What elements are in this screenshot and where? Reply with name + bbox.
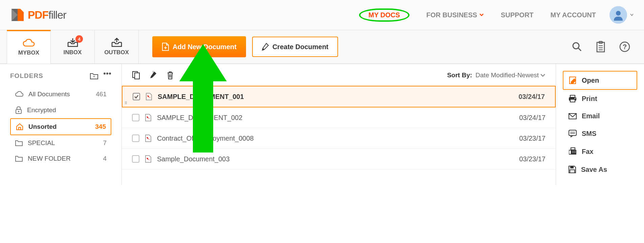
tab-label: MYBOX <box>18 49 39 56</box>
nav-mydocs[interactable]: MY DOCS <box>369 11 400 19</box>
check-icon <box>134 94 139 99</box>
tab-mybox[interactable]: MYBOX <box>7 30 51 64</box>
logo-text-pdf: PDF <box>28 9 48 21</box>
save-icon <box>568 165 576 174</box>
svg-line-7 <box>578 48 581 51</box>
document-date: 03/23/17 <box>519 155 546 163</box>
copy-button[interactable] <box>132 71 140 80</box>
folder-more-button[interactable] <box>103 72 111 80</box>
help-button[interactable]: ? <box>619 41 630 53</box>
svg-point-40 <box>574 152 574 153</box>
document-date: 03/24/17 <box>519 114 546 122</box>
delete-button[interactable] <box>166 71 174 80</box>
help-icon: ? <box>619 41 630 53</box>
folders-title: FOLDERS <box>10 72 43 80</box>
tabbar-right-icons: ? <box>572 41 637 53</box>
action-save-as[interactable]: Save As <box>563 161 637 178</box>
clipboard-icon <box>596 41 605 53</box>
top-nav: MY DOCS FOR BUSINESS SUPPORT MY ACCOUNT <box>359 8 596 22</box>
logo[interactable]: PDFfiller <box>10 7 66 22</box>
svg-text:I: I <box>153 71 154 74</box>
sort-dropdown[interactable]: Date Modified-Newest <box>475 72 546 79</box>
folder-unsorted[interactable]: Unsorted 345 <box>10 118 111 135</box>
add-document-button[interactable]: Add New Document <box>152 36 246 57</box>
tabbar-buttons: Add New Document + Create Document <box>152 36 338 57</box>
folder-name: Encrypted <box>27 106 56 114</box>
actions-panel: Open Print Email SMS Fax Save As <box>556 64 644 185</box>
fax-icon <box>568 147 577 156</box>
drag-handle-icon[interactable]: ⠿ <box>125 101 127 105</box>
search-icon <box>572 41 582 52</box>
tab-inbox[interactable]: 4 INBOX <box>51 30 95 64</box>
clipboard-button[interactable] <box>596 41 605 53</box>
svg-rect-43 <box>570 170 575 173</box>
action-email[interactable]: Email <box>563 107 637 125</box>
svg-rect-35 <box>569 150 571 154</box>
sort-control: Sort By: Date Modified-Newest <box>447 72 546 79</box>
svg-point-20 <box>18 111 19 112</box>
chevron-down-icon <box>479 13 484 17</box>
checkbox[interactable] <box>132 114 139 121</box>
document-name: SAMPLE_DOCUMENT_001 <box>158 93 244 101</box>
svg-point-38 <box>575 151 576 151</box>
svg-point-36 <box>572 151 573 151</box>
svg-point-18 <box>109 73 111 75</box>
chevron-down-icon <box>630 13 634 17</box>
highlight-annotation: MY DOCS <box>359 8 409 22</box>
main-area: FOLDERS + All Documents 461 Encrypted Un… <box>0 64 644 185</box>
add-folder-button[interactable]: + <box>90 72 98 80</box>
folder-new-folder[interactable]: NEW FOLDER 4 <box>10 151 111 166</box>
folder-all-documents[interactable]: All Documents 461 <box>10 86 111 102</box>
folder-name: SPECIAL <box>28 139 55 147</box>
action-fax[interactable]: Fax <box>563 142 637 161</box>
checkbox[interactable] <box>133 93 140 100</box>
svg-rect-8 <box>597 42 604 52</box>
copy-icon <box>132 71 140 80</box>
search-button[interactable] <box>572 41 582 52</box>
folder-count: 7 <box>103 139 107 147</box>
top-header: PDFfiller MY DOCS FOR BUSINESS SUPPORT M… <box>0 0 644 30</box>
svg-rect-25 <box>570 95 575 97</box>
folder-special[interactable]: SPECIAL 7 <box>10 135 111 151</box>
printer-icon <box>568 95 577 103</box>
document-name: Sample_Document_003 <box>157 155 230 163</box>
folder-name: Unsorted <box>28 123 57 130</box>
document-row[interactable]: SAMPLE_DOCUMENT_002 03/24/17 <box>122 107 556 128</box>
pdf-file-icon <box>145 134 152 142</box>
main-tabbar: MYBOX 4 INBOX OUTBOX Add New Document + … <box>0 30 644 64</box>
tab-outbox[interactable]: OUTBOX <box>95 30 139 64</box>
docs-toolbar-icons: I <box>132 71 174 80</box>
document-row[interactable]: Contract_Of_Employment_0008 03/23/17 <box>122 128 556 149</box>
action-print[interactable]: Print <box>563 90 637 107</box>
pdf-file-icon <box>145 114 152 122</box>
document-row[interactable]: ⠿ SAMPLE_DOCUMENT_001 03/24/17 <box>122 86 556 107</box>
svg-text:+: + <box>93 74 95 79</box>
folder-icon <box>15 155 23 162</box>
folder-encrypted[interactable]: Encrypted <box>10 102 111 118</box>
document-name: Contract_Of_Employment_0008 <box>157 135 254 142</box>
action-sms[interactable]: SMS <box>563 125 637 142</box>
checkbox[interactable] <box>132 155 139 163</box>
folder-count: 345 <box>95 123 106 130</box>
pencil-plus-icon: + <box>262 43 269 51</box>
folders-sidebar: FOLDERS + All Documents 461 Encrypted Un… <box>0 64 122 185</box>
nav-business[interactable]: FOR BUSINESS <box>426 11 484 19</box>
documents-panel: I Sort By: Date Modified-Newest ⠿ SAMPLE… <box>122 64 556 185</box>
svg-point-41 <box>575 152 576 153</box>
sms-icon <box>568 129 577 138</box>
email-icon <box>568 113 577 120</box>
svg-point-37 <box>574 151 574 151</box>
document-row[interactable]: Sample_Document_003 03/23/17 <box>122 149 556 169</box>
avatar-menu[interactable] <box>609 6 634 24</box>
folders-header-icons: + <box>90 72 111 80</box>
nav-support[interactable]: SUPPORT <box>501 11 534 19</box>
home-icon <box>16 123 24 130</box>
chevron-down-icon <box>540 73 546 77</box>
action-open[interactable]: Open <box>563 71 637 90</box>
edit-icon <box>569 76 577 84</box>
rename-button[interactable]: I <box>150 71 157 80</box>
checkbox[interactable] <box>132 135 139 142</box>
create-document-button[interactable]: + Create Document <box>252 37 338 57</box>
file-plus-icon <box>162 42 169 51</box>
nav-account[interactable]: MY ACCOUNT <box>551 11 596 19</box>
